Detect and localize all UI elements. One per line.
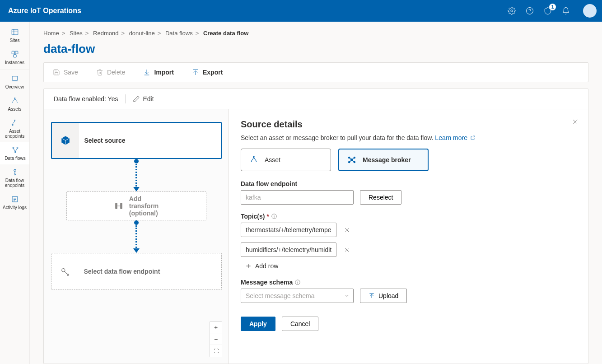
zoom-out-button[interactable]: −: [210, 333, 222, 345]
nav-label: Data flows: [5, 156, 26, 161]
nav-label: Asset endpoints: [1, 129, 28, 139]
svg-rect-28: [120, 203, 122, 209]
topic-input-0[interactable]: [241, 223, 336, 237]
info-icon[interactable]: [271, 213, 277, 219]
zoom-in-button[interactable]: +: [210, 322, 222, 333]
app-title: Azure IoT Operations: [8, 7, 81, 15]
status-row: Data flow enabled: Yes Edit: [44, 89, 588, 109]
delete-button: Delete: [96, 69, 125, 76]
panel-description: Select an asset or message broker to pul…: [241, 134, 576, 141]
svg-point-35: [349, 157, 350, 158]
svg-point-0: [511, 10, 513, 12]
edit-button[interactable]: Edit: [133, 95, 154, 103]
nav-asset-endpoints[interactable]: Asset endpoints: [0, 115, 29, 142]
learn-more-link[interactable]: Learn more: [435, 134, 475, 141]
import-button[interactable]: Import: [143, 69, 174, 76]
export-button[interactable]: Export: [192, 69, 223, 76]
nav-label: Sites: [9, 38, 19, 43]
notification-badge: 1: [549, 4, 556, 10]
transform-icon: [114, 201, 124, 211]
svg-point-30: [67, 274, 69, 276]
nav-sites[interactable]: Sites: [0, 24, 29, 47]
crumb-current: Create data flow: [203, 30, 248, 37]
nav-instances[interactable]: Instances: [0, 47, 29, 69]
crumb-home[interactable]: Home: [43, 30, 59, 37]
panel-footer: Apply Cancel: [241, 317, 576, 331]
svg-rect-7: [15, 51, 18, 54]
endpoint-label: Data flow endpoint: [241, 180, 576, 187]
flow-canvas[interactable]: Select source Add transform (optional): [44, 109, 229, 364]
topbar-actions: 1: [507, 4, 597, 18]
settings-icon[interactable]: [507, 6, 516, 15]
svg-point-16: [14, 151, 16, 153]
tab-message-broker[interactable]: Message broker: [338, 149, 429, 171]
chevron-down-icon: [344, 293, 350, 299]
tab-asset[interactable]: Asset: [241, 149, 331, 171]
close-icon[interactable]: [571, 117, 580, 126]
upload-button[interactable]: Upload: [360, 289, 407, 303]
cancel-button[interactable]: Cancel: [282, 317, 319, 331]
info-icon[interactable]: [294, 279, 301, 285]
notifications-icon[interactable]: [561, 6, 570, 15]
avatar[interactable]: [583, 4, 597, 18]
crumb-data-flows[interactable]: Data flows: [165, 30, 193, 37]
zoom-controls: + − ⛶: [210, 321, 222, 357]
breadcrumb: Home> Sites> Redmond> donut-line> Data f…: [43, 30, 588, 37]
cube-icon: [52, 123, 79, 158]
nav-label: Assets: [8, 107, 21, 112]
nav-label: Instances: [5, 60, 24, 65]
apply-button[interactable]: Apply: [241, 317, 275, 331]
flow-status: Data flow enabled: Yes: [54, 95, 118, 103]
nav-data-flows[interactable]: Data flows: [0, 142, 29, 164]
remove-topic-icon[interactable]: [343, 226, 351, 234]
connector: [133, 159, 140, 191]
svg-rect-6: [12, 51, 14, 54]
nav-label: Data flow endpoints: [1, 178, 28, 188]
nav-dataflow-endpoints[interactable]: Data flow endpoints: [0, 164, 29, 191]
svg-point-41: [274, 215, 275, 215]
topic-input-1[interactable]: [241, 243, 336, 257]
feedback-icon[interactable]: 1: [543, 6, 552, 15]
reselect-button[interactable]: Reselect: [360, 190, 401, 205]
node-destination[interactable]: Select data flow endpoint: [51, 253, 222, 290]
node-transform[interactable]: Add transform (optional): [66, 191, 206, 220]
top-header: Azure IoT Operations 1: [0, 0, 602, 22]
svg-point-37: [349, 161, 350, 163]
svg-rect-27: [115, 203, 117, 209]
add-row-button[interactable]: Add row: [245, 262, 576, 270]
toolbar: Save Delete Import Export: [43, 62, 588, 82]
save-button: Save: [53, 69, 78, 76]
nav-assets[interactable]: Assets: [0, 93, 29, 115]
source-type-tabs: Asset Message broker: [241, 149, 576, 171]
svg-point-15: [17, 147, 18, 149]
svg-point-1: [527, 8, 533, 14]
svg-point-29: [61, 269, 65, 272]
content-card: Data flow enabled: Yes Edit Select s: [43, 89, 588, 364]
help-icon[interactable]: [525, 6, 534, 15]
crumb-donut-line[interactable]: donut-line: [129, 30, 155, 37]
svg-point-36: [354, 157, 355, 158]
svg-rect-8: [14, 55, 16, 57]
svg-point-14: [13, 147, 14, 149]
svg-rect-3: [12, 29, 18, 35]
nav-label: Overview: [5, 84, 24, 89]
zoom-fit-button[interactable]: ⛶: [210, 345, 222, 357]
nav-label: Activity logs: [3, 205, 27, 210]
left-nav: Sites Instances Overview Assets Asset en…: [0, 22, 30, 364]
endpoint-input[interactable]: [241, 190, 354, 205]
svg-point-50: [298, 281, 298, 281]
crumb-redmond[interactable]: Redmond: [93, 30, 118, 37]
page-title: data-flow: [43, 42, 588, 56]
svg-point-18: [14, 174, 15, 175]
endpoint-icon: [51, 266, 79, 276]
svg-point-38: [354, 161, 355, 163]
nav-activity-logs[interactable]: Activity logs: [0, 191, 29, 214]
schema-label: Message schema: [241, 279, 576, 286]
nav-overview[interactable]: Overview: [0, 71, 29, 93]
topics-label: Topic(s) *: [241, 213, 576, 220]
crumb-sites[interactable]: Sites: [70, 30, 83, 37]
remove-topic-icon[interactable]: [343, 246, 351, 254]
schema-select[interactable]: Select message schema: [241, 289, 354, 303]
node-source[interactable]: Select source: [51, 122, 222, 159]
panel-title: Source details: [241, 119, 576, 130]
